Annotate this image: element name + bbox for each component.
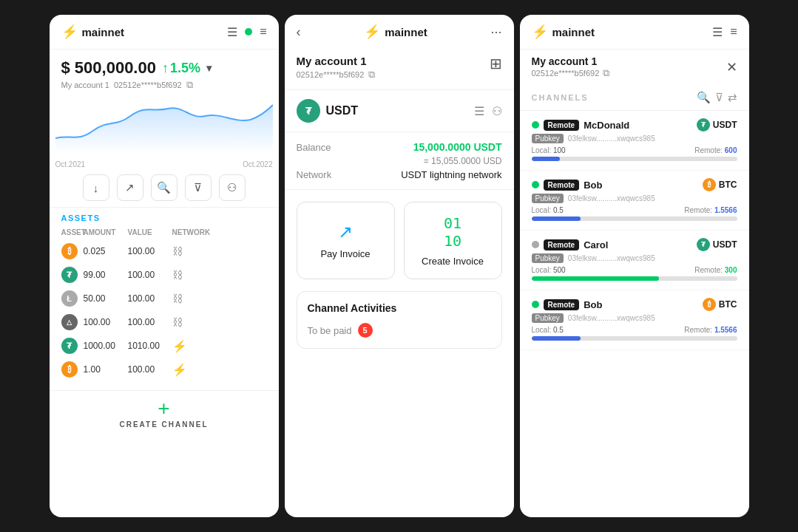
- create-invoice-button[interactable]: 0110 Create Invoice: [404, 202, 502, 279]
- token-badge-btc: ₿ BTC: [703, 298, 737, 311]
- pubkey-value: 03felksw..........xwqwcs985: [568, 194, 655, 202]
- panel1-logo-area: ⚡ mainnet: [61, 24, 125, 40]
- pay-invoice-button[interactable]: ↗ Pay Invoice: [297, 202, 395, 279]
- menu-icon[interactable]: ≡: [730, 25, 737, 38]
- create-invoice-label: Create Invoice: [422, 256, 484, 267]
- assets-section: ASSETS ASSET AMOUNT VALUE NETWORK ₿ 0.02…: [50, 208, 279, 387]
- panel1-header: ⚡ mainnet ☰ ≡: [50, 15, 279, 50]
- panel3-logo-area: ⚡ mainnet: [532, 24, 595, 40]
- panel1-header-icons: ☰ ≡: [227, 25, 266, 39]
- lightning-logo-icon: ⚡: [532, 24, 548, 40]
- channel-item-mcdonald[interactable]: Remote McDonald ₮ USDT Pubkey 03felksw..…: [520, 111, 749, 171]
- qr-code-button[interactable]: ⊞: [490, 55, 502, 72]
- channel-list-icon[interactable]: ☰: [474, 104, 484, 118]
- channel-bar-fill: [532, 157, 561, 161]
- p3-account-info: My account 1 02512e*****b5f692 ⧉: [532, 55, 610, 79]
- col-asset: ASSET: [61, 228, 84, 236]
- account-info: My account 1 02512e*****b5f692 ⧉: [61, 79, 267, 91]
- local-remote-row: Local: 0.5 Remote: 1.5566: [532, 206, 737, 214]
- channel-left: Remote Bob: [532, 180, 603, 191]
- p3-account-name: My account 1: [532, 55, 610, 67]
- balance-value: $ 500,000.00: [61, 58, 156, 78]
- local-label: Local: 500: [532, 266, 566, 274]
- channel-top-row: Remote Bob ₿ BTC: [532, 178, 737, 191]
- channel-top-row: Remote Bob ₿ BTC: [532, 298, 737, 311]
- balance-chevron[interactable]: ▾: [206, 62, 212, 74]
- account-label: My account 1: [61, 81, 109, 89]
- account-header-row: My account 1 02512e*****b5f692 ⧉ ⊞: [297, 55, 502, 81]
- asset-value: 100.00: [128, 246, 172, 256]
- token-badge-label: USDT: [713, 239, 737, 250]
- asset-row: ₮ 99.00 100.00 ⛓: [61, 263, 267, 287]
- channels-filter-icon[interactable]: ⊽: [715, 91, 723, 104]
- menu-icon[interactable]: ≡: [260, 25, 266, 38]
- channel-item-bob-2[interactable]: Remote Bob ₿ BTC Pubkey 03felksw........…: [520, 290, 749, 350]
- token-badge-label: BTC: [719, 299, 737, 310]
- users-btn[interactable]: ⚇: [219, 174, 246, 201]
- channel-bar-fill: [532, 276, 659, 281]
- channel-activities: Channel Activities To be paid 5: [297, 291, 502, 349]
- dots-menu-button[interactable]: ···: [490, 24, 501, 40]
- p3-copy-icon[interactable]: ⧉: [603, 67, 609, 79]
- channels-sort-icon[interactable]: ⇄: [728, 91, 737, 104]
- send-btn[interactable]: ↗: [117, 174, 143, 201]
- download-btn[interactable]: ↓: [83, 174, 109, 201]
- create-channel-area[interactable]: + CREATE CHANNEL: [50, 390, 279, 436]
- balance-usd-row: = 15,055.0000 USD: [297, 156, 502, 166]
- channel-top-row: Remote Carol ₮ USDT: [532, 238, 737, 251]
- channel-status-gray-dot: [532, 241, 539, 248]
- pubkey-row: Pubkey 03felksw..........xwqwcs985: [532, 134, 737, 143]
- p3-account-row: My account 1 02512e*****b5f692 ⧉ ✕: [520, 50, 749, 85]
- users-icon[interactable]: ⚇: [492, 104, 502, 118]
- btc-sm-icon: ₿: [703, 178, 716, 191]
- network-row: Network USDT lightning network: [297, 169, 502, 180]
- close-button[interactable]: ✕: [726, 59, 737, 75]
- search-btn[interactable]: 🔍: [151, 174, 177, 201]
- asset-amount: 99.00: [84, 270, 128, 280]
- asset-amount: 0.025: [84, 246, 128, 256]
- pubkey-tag: Pubkey: [532, 253, 564, 263]
- remote-label: Remote: 300: [694, 266, 737, 274]
- pubkey-row: Pubkey 03felksw..........xwqwcs985: [532, 313, 737, 323]
- channel-left: Remote Carol: [532, 239, 609, 250]
- channels-search-icon[interactable]: 🔍: [697, 91, 711, 104]
- panel1-logo-text: mainnet: [82, 26, 125, 38]
- usdt-token-icon: ₮: [297, 99, 320, 123]
- remote-val: 1.5566: [714, 206, 737, 214]
- channel-status-green-dot: [532, 301, 539, 308]
- asset-row: ₿ 1.00 100.00 ⚡: [61, 358, 267, 381]
- back-button[interactable]: ‹: [297, 24, 301, 40]
- chain-icon: ⛓: [172, 316, 267, 328]
- copy-addr-icon[interactable]: ⧉: [368, 69, 375, 81]
- panel-3: ⚡ mainnet ☰ ≡ My account 1 02512e*****b5…: [520, 15, 749, 517]
- channels-search-row: CHANNELS 🔍 ⊽ ⇄: [520, 85, 749, 111]
- account-section: My account 1 02512e*****b5f692 ⧉ ⊞: [285, 49, 514, 90]
- remote-tag: Remote: [544, 120, 580, 131]
- local-val: 0.5: [553, 326, 564, 334]
- lightning-network-icon: ⚡: [172, 363, 267, 377]
- panel2-logo-text: mainnet: [385, 26, 427, 38]
- local-remote-row: Local: 500 Remote: 300: [532, 266, 737, 274]
- panel2-header: ‹ ⚡ mainnet ···: [285, 15, 514, 49]
- asset-value: 100.00: [128, 317, 172, 327]
- pubkey-value: 03felksw..........xwqwcs985: [568, 134, 655, 143]
- list-icon[interactable]: ☰: [712, 25, 723, 39]
- list-icon[interactable]: ☰: [227, 25, 237, 39]
- channel-name: Bob: [584, 180, 602, 191]
- filter-btn[interactable]: ⊽: [185, 174, 212, 201]
- panel3-logo-text: mainnet: [552, 26, 595, 38]
- asset-amount: 1000.00: [84, 341, 128, 351]
- copy-icon[interactable]: ⧉: [186, 79, 193, 91]
- channel-top-row: Remote McDonald ₮ USDT: [532, 118, 737, 132]
- panel-2: ‹ ⚡ mainnet ··· My account 1 02512e*****…: [285, 15, 514, 517]
- channel-activities-title: Channel Activities: [308, 302, 491, 314]
- local-val: 500: [553, 266, 566, 274]
- local-label: Local: 0.5: [532, 326, 564, 334]
- account-name: My account 1: [297, 55, 376, 67]
- channel-item-carol[interactable]: Remote Carol ₮ USDT Pubkey 03felksw.....…: [520, 231, 749, 290]
- local-remote-row: Local: 100 Remote: 600: [532, 146, 737, 154]
- p3-account-addr: 02512e*****b5f692 ⧉: [532, 67, 610, 79]
- asset-value: 1010.00: [128, 341, 172, 351]
- channel-item-bob-1[interactable]: Remote Bob ₿ BTC Pubkey 03felksw........…: [520, 171, 749, 231]
- channel-name: Carol: [584, 239, 608, 250]
